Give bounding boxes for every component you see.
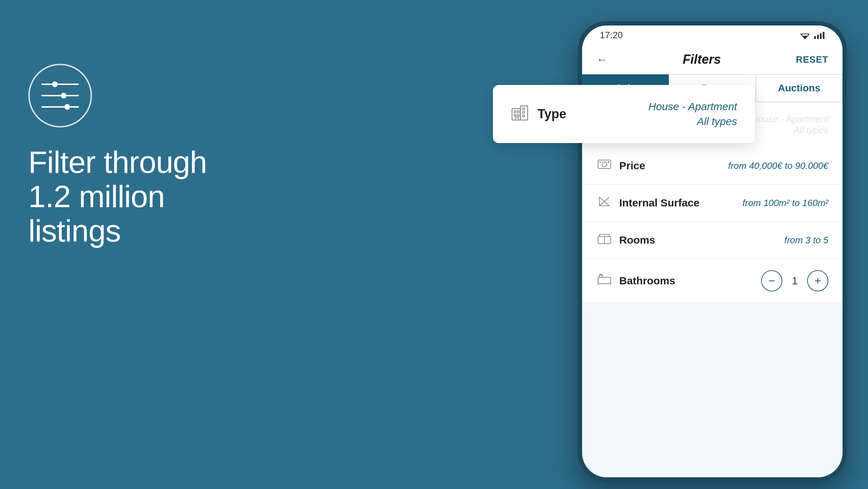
svg-rect-8 [523,115,524,117]
header-title: Filters [683,52,721,67]
filter-row-surface-left: Internal Surface [596,196,700,210]
type-value-line2: All types [648,114,737,129]
price-row-value: from 40,000€ to 90.000€ [728,160,828,171]
line-bar [41,84,52,85]
type-card-left: Type [511,103,566,125]
type-label: Type [538,107,566,121]
wifi-icon [799,31,811,40]
surface-row-value: from 100m² to 160m² [742,198,828,209]
svg-point-17 [602,162,607,167]
hero-text: Filter through 1.2 million listings [28,145,258,248]
line-bar [41,95,61,96]
stepper-plus-button[interactable]: + [807,270,828,291]
filter-row-price-left: Price [596,159,645,173]
line-knob [52,81,58,87]
reset-button[interactable]: RESET [796,54,828,65]
line-bar [67,95,79,96]
back-button[interactable]: ← [596,53,608,66]
bathrooms-row-label: Bathrooms [619,275,675,287]
filter-line-1 [41,81,79,87]
svg-rect-7 [523,112,524,113]
left-section: Filter through 1.2 million listings [28,64,258,248]
surface-row-label: Internal Surface [619,197,700,209]
filter-row-bathrooms[interactable]: Bathrooms − 1 + [582,259,843,303]
filter-icon-circle [28,64,92,127]
filter-row-rooms[interactable]: Rooms from 3 to 5 [582,222,843,259]
line-knob [64,104,70,110]
svg-rect-6 [523,108,524,110]
app-header: ← Filters RESET [582,45,843,74]
phone-wrapper: Type House - Apartment All types 17:20 [528,7,847,485]
hero-line-2: 1.2 million [28,180,258,214]
rooms-row-label: Rooms [619,234,655,246]
type-card[interactable]: Type House - Apartment All types [493,85,755,143]
rooms-row-value: from 3 to 5 [784,235,828,246]
line-bar [70,106,79,108]
svg-rect-2 [514,111,516,113]
svg-rect-5 [517,114,519,116]
stepper-minus-button[interactable]: − [761,270,782,291]
surface-icon [596,196,612,210]
status-time: 17:20 [600,30,623,41]
svg-rect-12 [814,36,816,39]
svg-rect-16 [598,160,611,169]
price-icon [596,159,612,173]
filter-row-price[interactable]: Price from 40,000€ to 90.000€ [582,147,843,184]
svg-point-30 [599,275,602,277]
type-row-value: House - ApartmentAll types [752,114,828,136]
bathrooms-icon [596,274,612,288]
svg-marker-11 [802,36,808,39]
svg-rect-13 [817,35,819,39]
type-value-line1: House - Apartment [648,99,737,114]
line-bar [58,84,79,85]
filter-line-2 [41,93,79,98]
bathrooms-stepper: − 1 + [761,270,828,291]
filter-row-rooms-left: Rooms [596,233,655,247]
line-knob [61,93,67,98]
type-value: House - Apartment All types [648,99,737,129]
tab-auctions[interactable]: Auctions [756,74,843,102]
building-icon [511,103,529,125]
svg-rect-4 [514,114,516,116]
svg-rect-25 [599,234,609,237]
status-icons [799,31,825,40]
line-bar [41,106,64,108]
rooms-icon [596,233,612,247]
svg-rect-27 [598,277,611,284]
status-bar: 17:20 [582,25,843,45]
svg-rect-18 [599,161,601,163]
filter-row-bathrooms-left: Bathrooms [596,274,675,288]
svg-rect-19 [608,161,609,163]
filter-line-3 [41,104,79,110]
filter-row-surface[interactable]: Internal Surface from 100m² to 160m² [582,184,843,222]
hero-line-1: Filter through [28,145,258,180]
filter-icon-lines [41,81,79,110]
signal-icon [814,31,825,40]
svg-rect-14 [820,33,822,39]
hero-line-3: listings [28,214,258,248]
svg-rect-3 [517,111,519,113]
svg-rect-15 [823,32,824,39]
price-row-label: Price [619,160,645,172]
stepper-value: 1 [789,275,800,287]
